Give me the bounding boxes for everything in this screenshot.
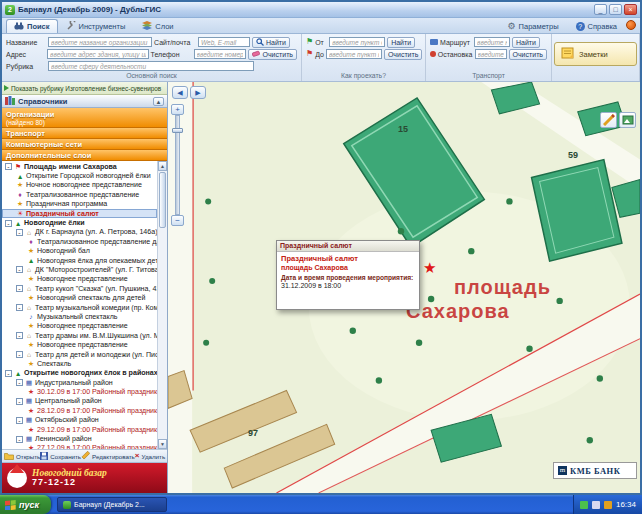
- tree-item[interactable]: ♪Музыкальный спектакль: [2, 312, 157, 321]
- tab-tools[interactable]: Инструменты: [59, 19, 134, 33]
- tree-expander-icon[interactable]: -: [16, 266, 23, 273]
- section-organizations[interactable]: Организации (найдено 80): [2, 108, 167, 128]
- site-input[interactable]: [198, 37, 250, 47]
- section-transport[interactable]: Транспорт: [2, 128, 167, 139]
- tray-icon-3[interactable]: [604, 501, 612, 509]
- tree-item[interactable]: ♦Театрализованное представление: [2, 190, 157, 199]
- notes-button[interactable]: Заметки: [554, 42, 637, 66]
- screenshot-button[interactable]: [619, 112, 636, 128]
- tree-item[interactable]: -▦Центральный район: [2, 397, 157, 406]
- params-button[interactable]: ⚙ Параметры: [500, 19, 567, 33]
- save-button[interactable]: Сохранить: [40, 452, 81, 461]
- directories-bar[interactable]: Справочники ▲: [2, 95, 167, 108]
- close-button[interactable]: ×: [624, 4, 637, 15]
- tree-item[interactable]: ★Ночное новогоднее представление: [2, 181, 157, 190]
- tree-item[interactable]: ★Новогодний спектакль для детей: [2, 293, 157, 302]
- map-canvas[interactable]: ★ 15 59 97 площадь Сахарова ◀ ▶ + −: [168, 82, 640, 493]
- tree-item[interactable]: -▦Индустриальный район: [2, 378, 157, 387]
- clear-route-button[interactable]: Очистить: [384, 49, 422, 60]
- section-additional-layers[interactable]: Дополнительные слои: [2, 150, 167, 161]
- maximize-button[interactable]: □: [609, 4, 622, 15]
- tree-item[interactable]: ★Новогодний бал: [2, 247, 157, 256]
- tree-item[interactable]: ★Праздничная программа: [2, 200, 157, 209]
- titlebar[interactable]: 2 Барнаул (Декабрь 2009) - ДубльГИС _ □ …: [2, 2, 640, 18]
- tray-icon-2[interactable]: [592, 501, 600, 509]
- tree-expander-icon[interactable]: -: [5, 370, 12, 377]
- tree-expander-icon[interactable]: -: [16, 332, 23, 339]
- delete-button[interactable]: × Удалить: [135, 453, 165, 460]
- tree-expander-icon[interactable]: -: [16, 351, 23, 358]
- edit-button[interactable]: Редактировать: [81, 451, 135, 461]
- tree-item[interactable]: ▲Новогодняя ёлка для опекаемых детей: [2, 256, 157, 265]
- help-button[interactable]: ? Справка: [568, 19, 625, 33]
- tree-item[interactable]: ★29.12.09 в 17:00 Районный праздник: [2, 425, 157, 434]
- zoom-track[interactable]: [175, 115, 180, 215]
- tree-item[interactable]: -⌂ДК г. Барнаула (ул. А. Петрова, 146а): [2, 228, 157, 237]
- tree-scrollbar[interactable]: ▲ ▼: [157, 161, 167, 449]
- tree-item[interactable]: -▲Открытие новогодних ёлок в районах гор…: [2, 369, 157, 378]
- app-menu-button[interactable]: [626, 20, 636, 30]
- map-forward-button[interactable]: ▶: [190, 86, 206, 99]
- tree-item[interactable]: ★Новогоднее представление: [2, 340, 157, 349]
- tab-search[interactable]: Поиск: [6, 19, 58, 33]
- tree-item[interactable]: ★Спектакль: [2, 359, 157, 368]
- start-button[interactable]: пуск: [0, 495, 51, 514]
- from-input[interactable]: [329, 37, 385, 47]
- tree-expander-icon[interactable]: -: [16, 285, 23, 292]
- collapse-chevron-icon[interactable]: ▲: [153, 97, 164, 106]
- find-main-button[interactable]: Найти: [252, 37, 290, 48]
- tree-item[interactable]: ★Новогоднее представление: [2, 322, 157, 331]
- tree-item[interactable]: -▦Октябрьский район: [2, 416, 157, 425]
- tray-icon-1[interactable]: [580, 501, 588, 509]
- zoom-in-button[interactable]: +: [171, 104, 184, 115]
- tree-item[interactable]: ★28.12.09 в 17:00 Районный праздник: [2, 406, 157, 415]
- tree-item[interactable]: ★Новогоднее представление: [2, 275, 157, 284]
- map-back-button[interactable]: ◀: [172, 86, 188, 99]
- tree-item[interactable]: -⌂Театр для детей и молодежи (ул. Пионер…: [2, 350, 157, 359]
- tree-expander-icon[interactable]: -: [16, 398, 23, 405]
- ad-banner[interactable]: Новогодний базар 77-12-12: [2, 463, 167, 493]
- tree-item[interactable]: ★27.12.09 в 17:00 Районный праздник: [2, 444, 157, 449]
- phone-input[interactable]: [194, 49, 246, 59]
- zoom-out-button[interactable]: −: [171, 215, 184, 226]
- tree-expander-icon[interactable]: -: [16, 379, 23, 386]
- tree-expander-icon[interactable]: -: [5, 220, 12, 227]
- zoom-slider-handle[interactable]: [172, 128, 183, 133]
- tree-item[interactable]: -⌂Театр музыкальной комедии (пр. Комсомо…: [2, 303, 157, 312]
- tree-expander-icon[interactable]: -: [5, 163, 12, 170]
- find-route-button[interactable]: Найти: [387, 37, 415, 48]
- taskbar-task-barnaul[interactable]: Барнаул (Декабрь 2...: [57, 497, 167, 512]
- show-rubric-link[interactable]: Показать рубрику Изготовление бизнес-сув…: [2, 82, 167, 95]
- tree-expander-icon[interactable]: -: [16, 436, 23, 443]
- scroll-thumb[interactable]: [159, 172, 166, 228]
- tree-item[interactable]: -⚑Площадь имени Сахарова: [2, 162, 157, 171]
- name-input[interactable]: [48, 37, 152, 47]
- open-button[interactable]: Открыть: [4, 452, 40, 461]
- tree-item[interactable]: -⌂Театр кукол "Сказка" (ул. Пушкина, 41): [2, 284, 157, 293]
- map-infobox[interactable]: Праздничный салют Праздничный салют площ…: [276, 240, 420, 310]
- route-input[interactable]: [474, 37, 510, 47]
- section-computer-networks[interactable]: Компьютерные сети: [2, 139, 167, 150]
- rubric-input[interactable]: [48, 61, 254, 71]
- address-input[interactable]: [47, 49, 149, 59]
- tree-item[interactable]: ♦Театрализованное представление для д...: [2, 237, 157, 246]
- tree-item[interactable]: -⌂ДК "Моторостроителей" (ул. Г. Титова, …: [2, 265, 157, 274]
- find-transport-button[interactable]: Найти: [512, 37, 540, 48]
- tree-expander-icon[interactable]: -: [16, 304, 23, 311]
- tab-layers[interactable]: Слои: [134, 19, 181, 33]
- tree-expander-icon[interactable]: -: [16, 229, 23, 236]
- tree-expander-icon[interactable]: -: [16, 417, 23, 424]
- minimize-button[interactable]: _: [594, 4, 607, 15]
- clear-main-button[interactable]: Очистить: [248, 49, 297, 60]
- tree-item[interactable]: ☀Праздничный салют: [2, 209, 157, 218]
- tree-item[interactable]: -▦Ленинский район: [2, 434, 157, 443]
- scroll-up-icon[interactable]: ▲: [158, 161, 167, 171]
- ruler-button[interactable]: [600, 112, 617, 128]
- tree-item[interactable]: ▲Открытие Городской новогодней ёлки: [2, 171, 157, 180]
- tree-item[interactable]: ★30.12.09 в 17:00 Районный праздник: [2, 387, 157, 396]
- to-input[interactable]: [326, 49, 382, 59]
- tree-item[interactable]: -▲Новогодние ёлки: [2, 218, 157, 227]
- infobox-title[interactable]: Праздничный салют: [277, 241, 419, 252]
- stop-input[interactable]: [475, 49, 507, 59]
- tree-item[interactable]: -⌂Театр драмы им. В.М.Шукшина (ул. Молод…: [2, 331, 157, 340]
